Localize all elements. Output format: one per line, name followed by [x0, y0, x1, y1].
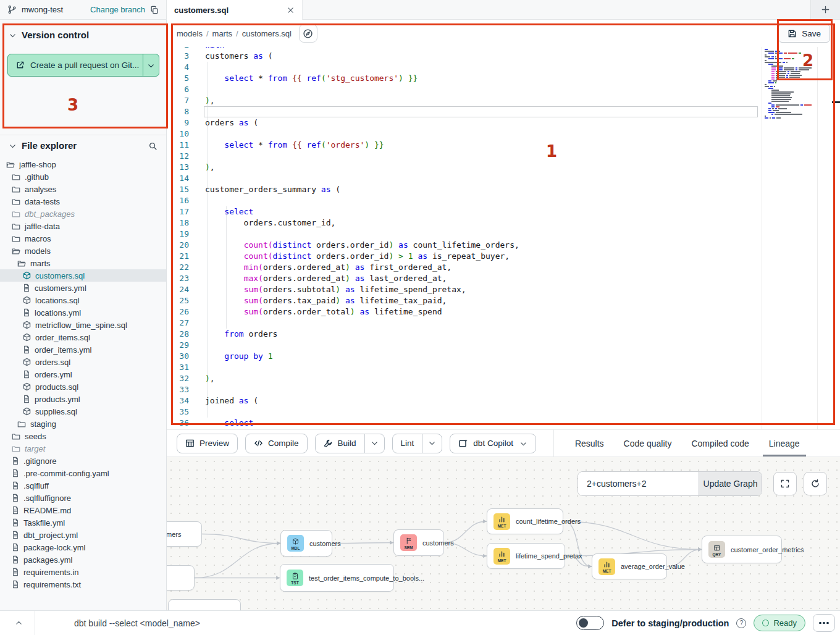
lint-dropdown[interactable]	[422, 434, 442, 453]
lineage-selector-input[interactable]	[578, 472, 699, 495]
lineage-node-average_order_value[interactable]: METaverage_order_value	[592, 553, 667, 579]
folder-icon	[12, 247, 20, 255]
code-line-30: 30 group by 1	[167, 351, 840, 362]
tree-item-orders.sql[interactable]: orders.sql	[0, 356, 166, 368]
lineage-node-orders[interactable]: MDLorders	[167, 565, 195, 591]
tree-item-Taskfile.yml[interactable]: Taskfile.yml	[0, 516, 166, 529]
result-tabs: ResultsCode qualityCompiled codeLineage	[575, 430, 800, 456]
lineage-controls: Update Graph	[578, 471, 827, 496]
tab-code-quality[interactable]: Code quality	[624, 430, 672, 456]
more-options-button[interactable]	[813, 614, 835, 632]
tree-item-.pre-commit-config.yaml[interactable]: .pre-commit-config.yaml	[0, 467, 166, 479]
breadcrumb-models[interactable]: models	[177, 29, 203, 38]
tab-results[interactable]: Results	[575, 430, 604, 456]
code-line-13: 13),	[167, 162, 840, 173]
tree-item-order_items.sql[interactable]: order_items.sql	[0, 331, 166, 343]
dbt-copilot-button[interactable]: dbt Copilot	[450, 434, 536, 453]
tree-item-data-tests[interactable]: data-tests	[0, 195, 166, 208]
tree-item-.sqlfluffignore[interactable]: .sqlfluffignore	[0, 492, 166, 504]
lineage-node-customer_order_metrics[interactable]: QRYcustomer_order_metrics	[702, 536, 782, 563]
lineage-node-customers[interactable]: MDLcustomers	[280, 530, 332, 557]
breadcrumb-file[interactable]: customers.sql	[242, 29, 292, 38]
refresh-button[interactable]	[804, 472, 827, 495]
preview-button[interactable]: Preview	[177, 434, 238, 453]
change-branch-link[interactable]: Change branch	[90, 5, 145, 14]
tree-item-dbt_packages[interactable]: dbt_packages	[0, 208, 166, 220]
build-dropdown[interactable]	[364, 434, 384, 453]
file-icon	[12, 518, 19, 527]
tab-title: customers.sql	[174, 6, 229, 15]
tree-item-jaffle-shop[interactable]: jaffle-shop	[0, 158, 166, 170]
lineage-node-hidden[interactable]	[168, 599, 241, 610]
wrench-icon	[324, 439, 333, 448]
resize-handle[interactable]	[832, 101, 840, 103]
tree-item-dbt_project.yml[interactable]: dbt_project.yml	[0, 529, 166, 541]
tree-item-metricflow_time_spine.sql[interactable]: metricflow_time_spine.sql	[0, 319, 166, 331]
tree-item-marts[interactable]: marts	[0, 257, 166, 269]
status-badge[interactable]: Ready	[754, 615, 805, 631]
tree-item-packages.yml[interactable]: packages.yml	[0, 553, 166, 566]
code-line-7: 7),	[167, 95, 840, 106]
compass-button[interactable]	[299, 24, 317, 43]
status-right: Defer to staging/production ? Ready	[576, 614, 835, 632]
status-divider	[35, 611, 35, 635]
tree-item-locations.yml[interactable]: locations.yml	[0, 306, 166, 319]
folder-icon	[17, 259, 26, 267]
tree-item-orders.yml[interactable]: orders.yml	[0, 368, 166, 381]
tree-item-products.yml[interactable]: products.yml	[0, 393, 166, 405]
copy-branch-icon[interactable]	[150, 6, 159, 14]
create-pull-request-button[interactable]: Create a pull request on Git...	[7, 54, 159, 77]
save-button[interactable]: Save	[778, 24, 830, 43]
chevron-up-icon[interactable]	[15, 619, 23, 627]
lineage-node-lifetime_spend_pretax[interactable]: METlifetime_spend_pretax	[487, 543, 565, 569]
lineage-node-stg_customers[interactable]: MDLstg_customers	[167, 521, 202, 547]
pr-button-dropdown[interactable]	[143, 54, 159, 76]
defer-toggle[interactable]	[576, 616, 604, 630]
met-badge: MET	[494, 513, 510, 530]
tree-item-package-lock.yml[interactable]: package-lock.yml	[0, 541, 166, 553]
tree-item-staging[interactable]: staging	[0, 418, 166, 430]
build-button[interactable]: Build	[315, 434, 385, 453]
fullscreen-button[interactable]	[773, 472, 797, 495]
tree-item-supplies.sql[interactable]: supplies.sql	[0, 405, 166, 418]
search-icon[interactable]	[148, 140, 158, 151]
tree-item-requirements.txt[interactable]: requirements.txt	[0, 578, 166, 591]
tree-item-.sqlfluff[interactable]: .sqlfluff	[0, 479, 166, 492]
tab-lineage[interactable]: Lineage	[769, 430, 800, 456]
code-editor[interactable]: 2with3customers as (45 select * from {{ …	[167, 47, 840, 429]
tree-item-seeds[interactable]: seeds	[0, 430, 166, 442]
lineage-node-customers[interactable]: SEMcustomers	[393, 529, 444, 556]
tree-item-.github[interactable]: .github	[0, 170, 166, 183]
tab-customers-sql[interactable]: customers.sql	[167, 0, 303, 20]
tree-item-requirements.in[interactable]: requirements.in	[0, 566, 166, 578]
tree-item-products.sql[interactable]: products.sql	[0, 381, 166, 393]
editor-column: models / marts / customers.sql Save 2wit…	[167, 20, 840, 610]
lineage-node-test_order_items_compute_to_bools...[interactable]: TSTtest_order_items_compute_to_bools...	[280, 564, 394, 592]
tree-item-locations.sql[interactable]: locations.sql	[0, 294, 166, 306]
lineage-node-count_lifetime_orders[interactable]: METcount_lifetime_orders	[487, 508, 563, 534]
tree-item-order_items.yml[interactable]: order_items.yml	[0, 343, 166, 356]
tree-item-customers.yml[interactable]: customers.yml	[0, 282, 166, 294]
tree-item-analyses[interactable]: analyses	[0, 183, 166, 195]
tree-item-README.md[interactable]: README.md	[0, 504, 166, 516]
code-line-28: 28 from orders	[167, 329, 840, 340]
file-icon	[23, 345, 30, 354]
tree-item-target[interactable]: target	[0, 442, 166, 455]
compile-button[interactable]: Compile	[245, 434, 308, 453]
tree-item-models[interactable]: models	[0, 245, 166, 257]
minimap[interactable]	[762, 47, 818, 429]
tab-compiled-code[interactable]: Compiled code	[691, 430, 749, 456]
close-icon[interactable]	[287, 6, 295, 14]
tree-item-jaffle-data[interactable]: jaffle-data	[0, 220, 166, 232]
version-control-header[interactable]: Version control	[0, 29, 166, 40]
new-tab-button[interactable]	[810, 0, 840, 19]
lint-button[interactable]: Lint	[392, 434, 443, 453]
breadcrumb-marts[interactable]: marts	[212, 29, 233, 38]
top-bar: mwong-test Change branch customers.sql	[0, 0, 840, 20]
defer-label: Defer to staging/production	[611, 618, 729, 628]
tree-item-customers.sql[interactable]: customers.sql	[0, 269, 166, 282]
tree-item-macros[interactable]: macros	[0, 232, 166, 245]
help-icon[interactable]: ?	[736, 618, 746, 628]
tree-item-.gitignore[interactable]: .gitignore	[0, 455, 166, 467]
update-graph-button[interactable]: Update Graph	[699, 472, 762, 495]
